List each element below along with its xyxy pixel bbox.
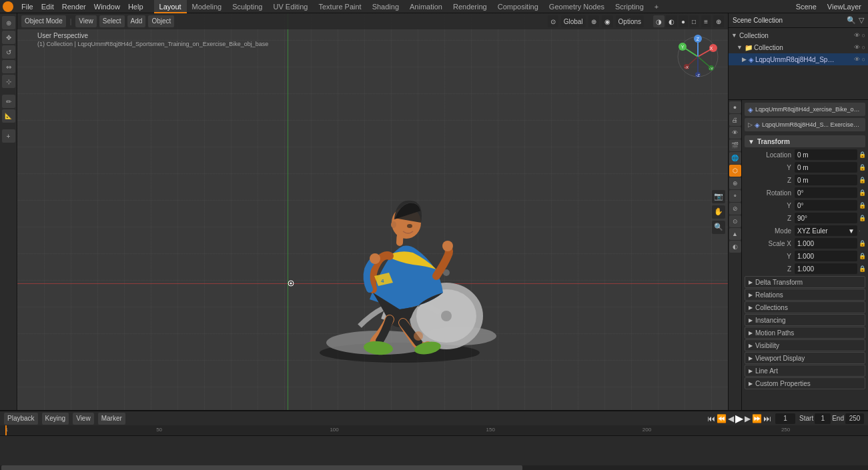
- prop-icon-render[interactable]: ●: [729, 101, 741, 113]
- menu-window[interactable]: Window: [90, 0, 124, 13]
- outliner-item-scene-collection[interactable]: ▼ Collection 👁 ○: [729, 29, 868, 41]
- collections-section[interactable]: ▶ Collections: [745, 301, 865, 313]
- outliner-col-eye[interactable]: 👁: [854, 44, 860, 51]
- timeline-view-btn[interactable]: View: [73, 413, 94, 425]
- viewport-gizmos-btn[interactable]: ⊕: [713, 15, 724, 27]
- timeline-keying-btn[interactable]: Keying: [42, 413, 69, 425]
- viewport-shading-wireframe[interactable]: □: [689, 15, 699, 27]
- workspace-texturepaint[interactable]: Texture Paint: [313, 0, 366, 13]
- prop-icon-scene[interactable]: 🎬: [729, 139, 741, 151]
- workspace-animation[interactable]: Animation: [404, 0, 448, 13]
- outliner-item-collection[interactable]: ▼ 📁 Collection 👁 ○: [729, 41, 868, 53]
- location-y-value[interactable]: 0 m: [795, 162, 857, 173]
- rotation-y-value[interactable]: 0°: [795, 200, 857, 211]
- workspace-shading[interactable]: Shading: [367, 0, 404, 13]
- viewport-display-section[interactable]: ▶ Viewport Display: [745, 352, 865, 364]
- end-frame-field[interactable]: 250: [845, 413, 864, 424]
- object-mode-selector[interactable]: Object Mode: [21, 15, 66, 27]
- motion-paths-section[interactable]: ▶ Motion Paths: [745, 327, 865, 339]
- rotation-x-lock[interactable]: 🔒: [859, 189, 865, 196]
- scale-z-lock[interactable]: 🔒: [859, 265, 865, 272]
- play-next-key-btn[interactable]: ⏩: [752, 414, 762, 423]
- rotation-mode-dropdown[interactable]: XYZ Euler ▼: [795, 225, 857, 236]
- workspace-uvediting[interactable]: UV Editing: [268, 0, 313, 13]
- workspace-rendering[interactable]: Rendering: [448, 0, 492, 13]
- location-z-lock[interactable]: 🔒: [859, 177, 865, 183]
- tool-add[interactable]: +: [2, 129, 15, 143]
- rt-camera[interactable]: 📷: [712, 190, 725, 203]
- instancing-section[interactable]: ▶ Instancing: [745, 314, 865, 326]
- viewport-overlays-btn[interactable]: ≡: [701, 15, 711, 27]
- tool-cursor[interactable]: ⊕: [2, 16, 15, 29]
- viewport-shading-solid[interactable]: ◑: [653, 15, 665, 27]
- outliner-search-btn[interactable]: 🔍: [847, 16, 856, 25]
- location-x-value[interactable]: 0 m: [795, 149, 857, 160]
- rotation-z-value[interactable]: 90°: [795, 213, 857, 223]
- relations-section[interactable]: ▶ Relations: [745, 289, 865, 301]
- line-art-section[interactable]: ▶ Line Art: [745, 365, 865, 377]
- prop-icon-output[interactable]: 🖨: [729, 114, 741, 126]
- prop-icon-view[interactable]: 👁: [729, 127, 741, 139]
- prop-icon-object[interactable]: ⬡: [729, 165, 741, 177]
- scale-z-value[interactable]: 1.000: [795, 263, 857, 274]
- prop-icon-particle[interactable]: ⚬: [729, 190, 741, 202]
- workspace-modeling[interactable]: Modeling: [187, 0, 228, 13]
- rotation-z-lock[interactable]: 🔒: [859, 215, 865, 221]
- tool-scale[interactable]: ⇔: [2, 60, 15, 73]
- outliner-render-icon[interactable]: ○: [862, 32, 865, 39]
- rt-hand[interactable]: ✋: [712, 205, 725, 219]
- rotation-x-value[interactable]: 0°: [795, 187, 857, 198]
- rt-zoom[interactable]: 🔍: [712, 221, 725, 234]
- vp-select-menu[interactable]: Select: [99, 15, 125, 27]
- workspace-scripting[interactable]: Scripting: [610, 0, 649, 13]
- play-pause-btn[interactable]: ▶: [735, 412, 743, 425]
- prop-icon-constraint[interactable]: ⊙: [729, 215, 741, 227]
- transform-global-btn[interactable]: Global: [561, 15, 586, 27]
- timeline-marker-btn[interactable]: Marker: [98, 413, 125, 425]
- play-prev-key-btn[interactable]: ⏪: [717, 414, 727, 423]
- tool-rotate[interactable]: ↺: [2, 45, 15, 59]
- vp-view-menu[interactable]: View: [75, 15, 97, 27]
- rotation-y-lock[interactable]: 🔒: [859, 202, 865, 209]
- timeline-ruler-area[interactable]: 1 50 100 150 200 250: [0, 425, 868, 470]
- outliner-eye-icon[interactable]: 👁: [854, 32, 860, 39]
- prop-icon-world[interactable]: 🌐: [729, 152, 741, 164]
- menu-help[interactable]: Help: [124, 0, 147, 13]
- scale-y-value[interactable]: 1.000: [795, 251, 857, 261]
- timeline-playback-btn[interactable]: Playback: [4, 413, 38, 425]
- current-frame-field[interactable]: 1: [775, 413, 795, 424]
- navigation-gizmo[interactable]: X Y Z -X -Y -Z: [675, 33, 721, 80]
- location-y-lock[interactable]: 🔒: [859, 164, 865, 171]
- prop-icon-material[interactable]: ◐: [729, 241, 741, 253]
- active-object-selector[interactable]: ◈ LqpqUmmR8qj8H4d_xercise_Bike_obj_base: [745, 103, 865, 116]
- vp-add-menu[interactable]: Add: [127, 15, 146, 27]
- prop-icon-data[interactable]: ▲: [729, 228, 741, 240]
- tool-move[interactable]: ✥: [2, 31, 15, 44]
- vp-object-menu[interactable]: Object: [148, 15, 174, 27]
- scale-x-value[interactable]: 1.000: [795, 238, 857, 249]
- viewlayer-selector[interactable]: ViewLayer: [823, 0, 865, 13]
- transform-header[interactable]: ▼ Transform: [745, 135, 865, 147]
- menu-render[interactable]: Render: [58, 0, 90, 13]
- options-btn[interactable]: Options: [616, 15, 644, 27]
- scale-y-lock[interactable]: 🔒: [859, 253, 865, 259]
- start-frame-field[interactable]: 1: [815, 413, 831, 424]
- outliner-mesh-eye[interactable]: 👁: [854, 56, 860, 63]
- play-next-frame-btn[interactable]: ▶: [745, 414, 751, 423]
- snap-btn[interactable]: ⊕: [588, 15, 599, 27]
- outliner-mesh-render[interactable]: ○: [862, 56, 865, 63]
- visibility-section[interactable]: ▶ Visibility: [745, 339, 865, 351]
- tool-transform[interactable]: ⊹: [2, 75, 15, 88]
- location-x-lock[interactable]: 🔒: [859, 151, 865, 158]
- custom-properties-section[interactable]: ▶ Custom Properties: [745, 377, 865, 389]
- delta-transform-section[interactable]: ▶ Delta Transform: [745, 276, 865, 288]
- active-mesh-selector[interactable]: ▷ ◈ LqpqUmmR8qj8H4d_S... Exercise_Bike_o…: [745, 118, 865, 131]
- play-start-btn[interactable]: ⏮: [707, 414, 715, 423]
- tool-annotate[interactable]: ✏: [2, 95, 15, 108]
- viewport-shading-material[interactable]: ◐: [666, 15, 677, 27]
- workspace-add[interactable]: +: [649, 0, 664, 13]
- menu-edit[interactable]: Edit: [37, 0, 58, 13]
- workspace-layout[interactable]: Layout: [154, 0, 187, 13]
- menu-file[interactable]: File: [17, 0, 37, 13]
- outliner-filter-btn[interactable]: ▽: [859, 16, 864, 25]
